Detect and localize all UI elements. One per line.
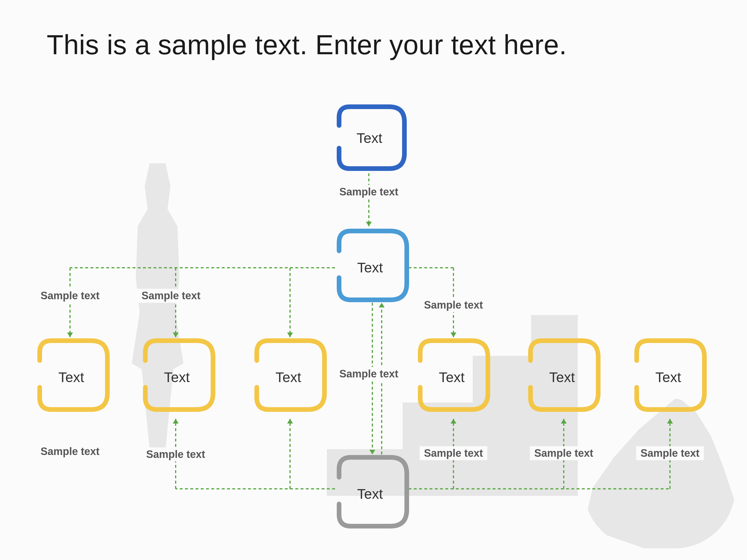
svg-text:Sample text: Sample text [424, 447, 483, 459]
svg-text:Sample text: Sample text [339, 368, 398, 380]
node-row-4: Text [531, 341, 598, 409]
svg-text:Text: Text [58, 370, 84, 385]
label-bottom-row-0: Sample text [36, 445, 104, 458]
node-row-5: Text [637, 341, 704, 409]
svg-text:Text: Text [357, 486, 383, 502]
svg-text:Text: Text [357, 260, 383, 275]
label-bottom-row-4: Sample text [530, 446, 598, 460]
svg-text:Sample text: Sample text [339, 186, 398, 198]
label-top-to-mid: Sample text [336, 185, 402, 199]
label-bottom-row-5: Sample text [636, 446, 704, 460]
svg-text:Sample text: Sample text [41, 445, 100, 457]
label-bottom-row-1: Sample text [142, 447, 209, 461]
node-row-0: Text [40, 341, 107, 409]
node-mid: Text [339, 231, 407, 300]
label-mid-to-row-1: Sample text [137, 289, 205, 303]
label-bottom-row-3: Sample text [420, 446, 487, 460]
svg-text:Sample text: Sample text [141, 290, 201, 301]
node-row-1: Text [145, 341, 213, 409]
svg-text:Text: Text [439, 370, 465, 385]
svg-text:Sample text: Sample text [41, 290, 100, 301]
node-top: Text [339, 107, 405, 168]
node-bottom: Text [339, 457, 407, 526]
node-row-3: Text [420, 341, 488, 409]
svg-text:Sample text: Sample text [641, 447, 699, 459]
svg-text:Text: Text [164, 370, 190, 385]
svg-text:Text: Text [655, 370, 681, 385]
svg-text:Text: Text [357, 130, 382, 146]
node-row-2: Text [257, 341, 325, 409]
svg-text:Text: Text [549, 370, 575, 385]
svg-text:Text: Text [276, 370, 301, 385]
label-mid-to-row-0: Sample text [36, 289, 104, 303]
label-mid-to-row-3: Sample text [420, 298, 487, 312]
org-chart-diagram: Sample text Sample text Sample text Samp… [0, 0, 747, 560]
label-mid-to-bottom: Sample text [336, 367, 402, 381]
svg-text:Sample text: Sample text [534, 447, 593, 459]
svg-text:Sample text: Sample text [146, 448, 205, 460]
svg-text:Sample text: Sample text [424, 299, 483, 311]
